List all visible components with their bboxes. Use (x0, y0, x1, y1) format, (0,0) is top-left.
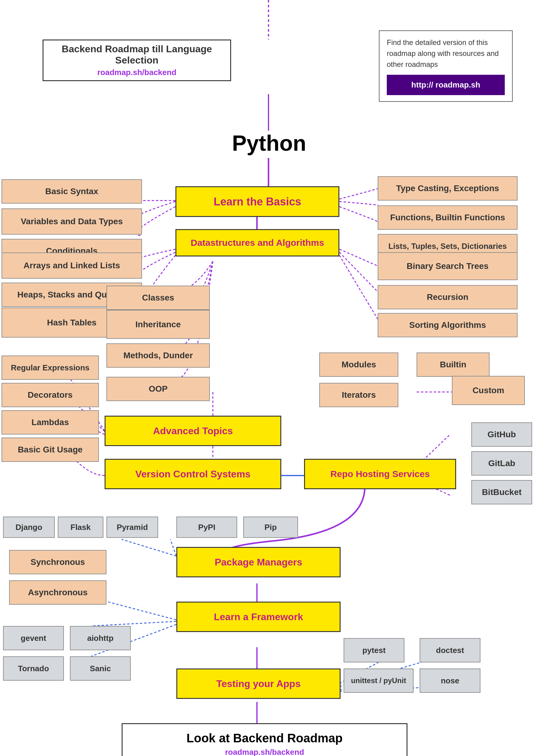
node-inheritance: Inheritance (106, 310, 210, 339)
node-learn-basics: Learn the Basics (176, 186, 339, 217)
node-methods: Methods, Dunder (106, 343, 210, 368)
title-text: Backend Roadmap till Language Selection (48, 44, 225, 66)
bottom-link[interactable]: roadmap.sh/backend (137, 747, 392, 756)
node-functions: Functions, Builtin Functions (378, 206, 517, 230)
node-nose: nose (420, 668, 480, 693)
node-synchronous: Synchronous (9, 550, 106, 574)
node-ds-algo: Datastructures and Algorithms (176, 229, 339, 256)
node-regular-expr: Regular Expressions (2, 356, 99, 380)
node-binary-search: Binary Search Trees (378, 252, 517, 280)
node-oop: OOP (106, 377, 210, 401)
info-link: http:// roadmap.sh (411, 79, 480, 91)
node-gitlab: GitLab (471, 451, 532, 475)
node-package-managers: Package Managers (176, 547, 341, 577)
node-pypi: PyPI (176, 516, 237, 538)
info-box: Find the detailed version of this roadma… (379, 30, 513, 102)
title-box: Backend Roadmap till Language Selection … (43, 40, 231, 81)
node-pytest: pytest (344, 638, 404, 662)
node-recursion: Recursion (378, 285, 517, 309)
node-iterators: Iterators (319, 383, 398, 407)
node-flask: Flask (58, 516, 103, 538)
node-django: Django (3, 516, 55, 538)
node-arrays: Arrays and Linked Lists (2, 252, 142, 279)
roadmap-container: Backend Roadmap till Language Selection … (0, 0, 537, 756)
node-testing: Testing your Apps (176, 668, 341, 699)
node-advanced-topics: Advanced Topics (104, 416, 281, 446)
title-link[interactable]: roadmap.sh/backend (97, 68, 176, 77)
node-variables: Variables and Data Types (2, 208, 142, 235)
node-type-casting: Type Casting, Exceptions (378, 176, 517, 201)
node-basic-syntax: Basic Syntax (2, 179, 142, 204)
node-aiohttp: aiohttp (70, 626, 131, 650)
node-pip: Pip (243, 516, 298, 538)
node-unittest: unittest / pyUnit (344, 668, 414, 693)
node-pyramid: Pyramid (106, 516, 158, 538)
node-lambdas: Lambdas (2, 410, 99, 435)
node-github: GitHub (471, 422, 532, 447)
node-builtin: Builtin (417, 353, 490, 377)
node-classes: Classes (106, 285, 210, 310)
node-decorators: Decorators (2, 383, 99, 407)
node-sorting: Sorting Algorithms (378, 313, 517, 337)
node-doctest: doctest (420, 638, 480, 662)
node-basic-git: Basic Git Usage (2, 437, 99, 462)
node-custom: Custom (452, 376, 525, 405)
node-repo-hosting: Repo Hosting Services (304, 459, 456, 489)
bottom-title: Look at Backend Roadmap (137, 732, 392, 745)
node-modules: Modules (319, 353, 398, 377)
node-tornado: Tornado (3, 656, 64, 681)
python-title: Python (219, 131, 319, 156)
node-gevent: gevent (3, 626, 64, 650)
bottom-box: Look at Backend Roadmap roadmap.sh/backe… (122, 723, 407, 756)
node-learn-framework: Learn a Framework (176, 602, 341, 632)
info-link-button[interactable]: http:// roadmap.sh (387, 75, 505, 95)
node-asynchronous: Asynchronous (9, 580, 106, 605)
node-version-control: Version Control Systems (104, 459, 281, 489)
node-bitbucket: BitBucket (471, 480, 532, 505)
info-text: Find the detailed version of this roadma… (387, 37, 505, 70)
node-sanic: Sanic (70, 656, 131, 681)
